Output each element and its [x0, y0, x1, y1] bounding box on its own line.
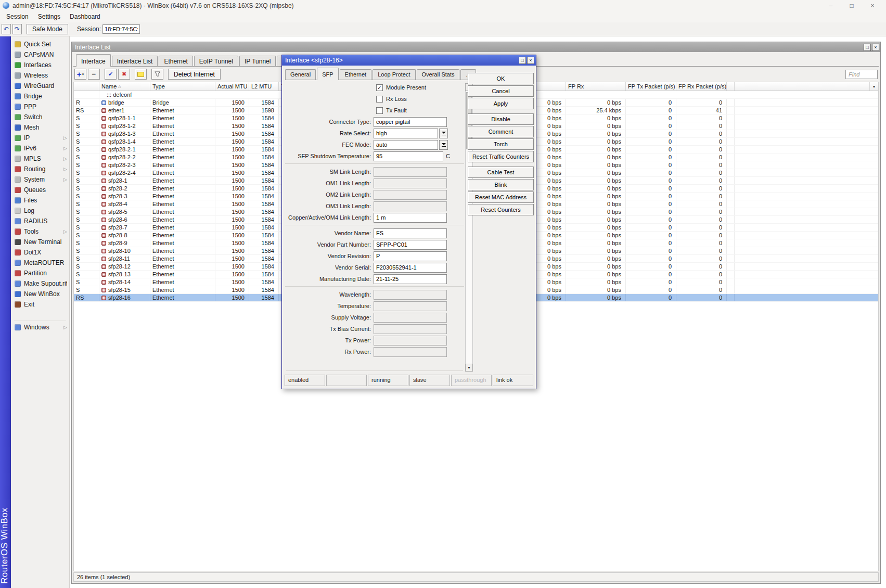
field-input-vendor-part-number[interactable] [374, 240, 447, 250]
dialog-titlebar[interactable]: Interface <sfp28-16> □ × [282, 55, 536, 66]
sidebar-item-ip[interactable]: IP▷ [11, 133, 69, 143]
sidebar-item-new-winbox[interactable]: New WinBox [11, 289, 69, 299]
sidebar-item-capsman[interactable]: CAPsMAN [11, 49, 69, 60]
column-header-fp-rx[interactable]: FP Rx [566, 82, 626, 91]
window-maximize-icon[interactable]: □ [864, 44, 871, 51]
column-header-flags[interactable] [74, 82, 99, 91]
field-input-vendor-name[interactable] [374, 228, 447, 238]
close-icon[interactable]: × [862, 2, 883, 9]
sidebar-item-switch[interactable]: Switch [11, 112, 69, 122]
undo-button[interactable]: ↶ [2, 24, 11, 34]
comment-button[interactable] [135, 69, 147, 80]
sidebar-item-routing[interactable]: Routing▷ [11, 164, 69, 174]
filter-button[interactable] [151, 69, 163, 80]
field-input-manufacturing-date[interactable] [374, 274, 447, 284]
sidebar-item-files[interactable]: Files [11, 195, 69, 206]
tab-ethernet[interactable]: Ethernet [159, 56, 192, 66]
column-select-button[interactable]: ▼ [869, 82, 878, 91]
maximize-icon[interactable]: □ [841, 2, 862, 9]
sidebar-item-interfaces[interactable]: Interfaces [11, 60, 69, 70]
reset-mac-address-button[interactable]: Reset MAC Address [468, 191, 534, 203]
sidebar-item-mesh[interactable]: Mesh [11, 122, 69, 133]
sidebar-item-new-terminal[interactable]: New Terminal [11, 237, 69, 247]
tab-interface[interactable]: Interface [76, 54, 111, 67]
column-header-fp-tx-packet[interactable]: FP Tx Packet (p/s) [626, 82, 676, 91]
dialog-tab-ethernet[interactable]: Ethernet [340, 69, 372, 80]
field-input-connector-type[interactable] [374, 117, 447, 127]
sidebar-item-partition[interactable]: Partition [11, 268, 69, 278]
sidebar-item-queues[interactable]: Queues [11, 185, 69, 195]
field-input-fec-mode[interactable] [374, 140, 438, 150]
dialog-tab-sfp[interactable]: SFP [317, 68, 338, 80]
session-input[interactable] [102, 24, 140, 34]
tab-ip-tunnel[interactable]: IP Tunnel [239, 56, 276, 66]
checkbox-module-present[interactable]: ✓Module Present [285, 82, 464, 93]
safe-mode-button[interactable]: Safe Mode [27, 24, 68, 34]
field-input-vendor-revision[interactable] [374, 251, 447, 261]
window-close-icon[interactable]: × [872, 44, 879, 51]
comment-button[interactable]: Comment [468, 126, 534, 137]
sidebar-item-windows[interactable]: Windows▷ [11, 322, 69, 333]
column-header-l2-mtu[interactable]: L2 MTU [249, 82, 279, 91]
menu-item-dashboard[interactable]: Dashboard [65, 12, 105, 21]
redo-button[interactable]: ↷ [12, 24, 22, 34]
dialog-tab-general[interactable]: General [285, 69, 316, 80]
sidebar-item-radius[interactable]: RADIUS [11, 216, 69, 226]
sidebar-item-system[interactable]: System▷ [11, 174, 69, 185]
sidebar-item-wireless[interactable]: Wireless [11, 70, 69, 81]
dropdown-button[interactable] [439, 129, 448, 138]
minimize-icon[interactable]: – [820, 2, 841, 9]
sidebar-item-tools[interactable]: Tools▷ [11, 226, 69, 237]
sidebar-item-log[interactable]: Log [11, 206, 69, 216]
interface-list-titlebar[interactable]: Interface List □ × [72, 42, 880, 52]
remove-button[interactable]: − [88, 69, 100, 80]
enable-button[interactable]: ✔ [105, 69, 117, 80]
checkbox-tx-fault[interactable]: Tx Fault [285, 105, 464, 116]
add-button[interactable]: +▾ [74, 69, 86, 80]
cancel-button[interactable]: Cancel [468, 85, 534, 97]
sidebar-item-dot1x[interactable]: Dot1X [11, 247, 69, 258]
dialog-tab-loop-protect[interactable]: Loop Protect [373, 69, 415, 80]
blink-button[interactable]: Blink [468, 179, 534, 190]
detect-internet-button[interactable]: Detect Internet [168, 69, 221, 80]
sidebar-item-bridge[interactable]: Bridge [11, 91, 69, 101]
sidebar-item-label: New WinBox [24, 290, 67, 298]
field-input-vendor-serial[interactable] [374, 263, 447, 273]
dialog-tab-overall-stats[interactable]: Overall Stats [417, 69, 460, 80]
column-header-fp-rx-packet[interactable]: FP Rx Packet (p/s) [676, 82, 727, 91]
sidebar-item-ipv6[interactable]: IPv6▷ [11, 143, 69, 154]
column-header-spacer[interactable] [727, 82, 735, 91]
sidebar-item-make-supout-rif[interactable]: Make Supout.rif [11, 278, 69, 289]
cable-test-button[interactable]: Cable Test [468, 167, 534, 178]
scroll-down-icon[interactable]: ▼ [465, 364, 473, 372]
reset-counters-button[interactable]: Reset Counters [468, 204, 534, 215]
column-header-type[interactable]: Type [150, 82, 215, 91]
menu-item-settings[interactable]: Settings [33, 12, 65, 21]
sidebar-item-exit[interactable]: Exit [11, 299, 69, 310]
sidebar-item-ppp[interactable]: PPP [11, 101, 69, 112]
column-header-actual-mtu[interactable]: Actual MTU [215, 82, 249, 91]
field-input-rate-select[interactable] [374, 129, 438, 138]
field-input-sfp-shutdown-temperature[interactable] [374, 151, 443, 161]
sidebar-item-quick-set[interactable]: Quick Set [11, 39, 69, 49]
ok-button[interactable]: OK [468, 73, 534, 84]
disable-button[interactable]: Disable [468, 113, 534, 125]
checkbox-rx-loss[interactable]: Rx Loss [285, 94, 464, 104]
column-header-name[interactable]: Name△ [99, 82, 150, 91]
sidebar-item-wireguard[interactable]: WireGuard [11, 81, 69, 91]
menu-item-session[interactable]: Session [2, 12, 33, 21]
cell-fp-rx-packet: 0 [676, 263, 727, 270]
reset-traffic-counters-button[interactable]: Reset Traffic Counters [468, 151, 534, 162]
apply-button[interactable]: Apply [468, 98, 534, 109]
find-input[interactable] [845, 70, 878, 79]
disable-button[interactable]: ✖ [118, 69, 130, 80]
dropdown-button[interactable] [439, 140, 448, 150]
sidebar-item-mpls[interactable]: MPLS▷ [11, 154, 69, 164]
dialog-maximize-icon[interactable]: □ [519, 57, 526, 64]
tab-eoip-tunnel[interactable]: EoIP Tunnel [194, 56, 238, 66]
dialog-close-icon[interactable]: × [527, 57, 534, 64]
sidebar-item-metarouter[interactable]: MetaROUTER [11, 258, 69, 268]
field-input-copper-active-om4-link-length[interactable] [374, 213, 447, 223]
torch-button[interactable]: Torch [468, 138, 534, 150]
tab-interface-list[interactable]: Interface List [112, 56, 158, 66]
